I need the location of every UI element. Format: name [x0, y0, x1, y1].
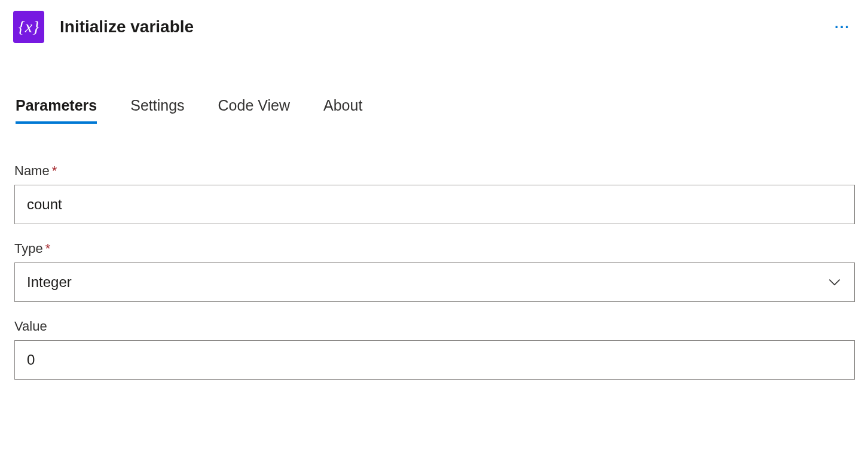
tab-code-view[interactable]: Code View	[218, 97, 290, 123]
card-header: {x} Initialize variable ···	[13, 11, 855, 43]
action-title: Initialize variable	[60, 17, 194, 36]
type-select[interactable]: Integer	[14, 262, 855, 302]
value-label-text: Value	[14, 319, 47, 334]
chevron-down-icon	[827, 274, 842, 290]
value-label: Value	[14, 319, 855, 334]
type-label: Type*	[14, 241, 855, 256]
type-label-text: Type	[14, 241, 43, 256]
tab-list: Parameters Settings Code View About	[13, 97, 855, 123]
type-select-value: Integer	[27, 274, 72, 291]
required-marker: *	[52, 163, 57, 178]
field-type: Type* Integer	[14, 241, 855, 302]
variable-icon: {x}	[13, 11, 44, 43]
field-name: Name*	[14, 163, 855, 224]
tab-parameters[interactable]: Parameters	[16, 97, 97, 123]
more-options-button[interactable]: ···	[830, 17, 855, 36]
tab-about[interactable]: About	[323, 97, 362, 123]
field-value: Value	[14, 319, 855, 380]
value-input[interactable]	[14, 340, 855, 380]
tab-settings[interactable]: Settings	[130, 97, 184, 123]
header-left: {x} Initialize variable	[13, 11, 194, 43]
required-marker: *	[45, 241, 51, 256]
name-label: Name*	[14, 163, 855, 179]
name-label-text: Name	[14, 163, 50, 178]
parameters-form: Name* Type* Integer Value	[13, 163, 855, 380]
header-right: ···	[830, 17, 855, 36]
name-input[interactable]	[14, 185, 855, 224]
